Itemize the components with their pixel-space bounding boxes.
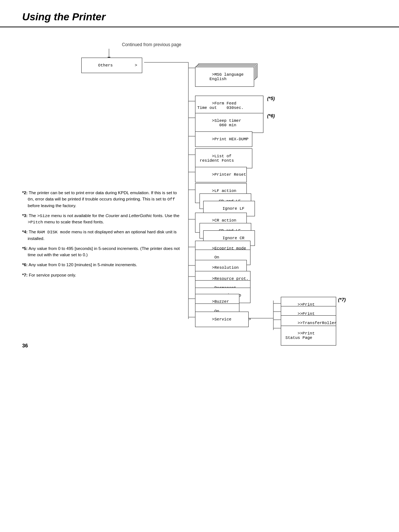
page-number: 36: [22, 343, 28, 349]
page-title: Using the Printer: [0, 0, 399, 27]
box-list-fonts: >List of resident Fonts: [195, 148, 252, 168]
footnote-5: *5: Any value from 0 to 495 [seconds] in…: [22, 246, 181, 258]
box-others: Others >: [81, 58, 142, 73]
box-printer-reset: >Printer Reset: [195, 167, 247, 182]
star5-label: (*5): [267, 96, 275, 101]
box-print-hex: >Print HEX-DUMP: [195, 131, 252, 147]
star7-label: (*7): [338, 297, 346, 302]
continued-label: Continued from previous page: [122, 42, 181, 47]
box-service: >Service >: [195, 312, 249, 327]
footnote-7: *7: For service purpose only.: [22, 272, 181, 278]
footnote-3: *3: The >Size menu is not available for …: [22, 213, 181, 226]
box-sleep-timer: >Sleep timer 060 min: [195, 113, 263, 133]
box-print-status: >>Print Status Page: [281, 326, 336, 346]
box-msg-language: >MSG language English: [195, 67, 254, 87]
footnote-6: *6: Any value from 0 to 120 [minutes] in…: [22, 262, 181, 268]
footnote-2: *2: The printer can be set to print erro…: [22, 190, 181, 209]
footnote-4: *4: The RAM DISK mode menu is not displa…: [22, 229, 181, 242]
box-form-feed: >Form Feed Time out 030sec.: [195, 96, 263, 116]
star6-label: (*6): [267, 113, 275, 119]
